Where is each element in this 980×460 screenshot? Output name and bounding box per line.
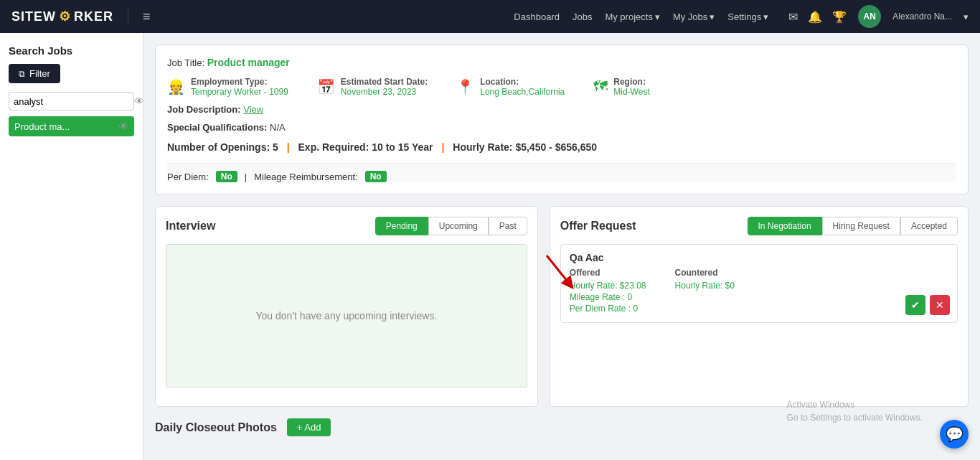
offer-actions: ✔ ✕ (905, 295, 950, 315)
region-label: Region: (613, 77, 649, 87)
mileage-badge: No (365, 171, 387, 182)
calendar-icon: 📅 (317, 78, 335, 95)
region-item: 🗺 Region: Mid-West (593, 77, 649, 97)
daily-closeout-label: Daily Closeout Photos (155, 421, 277, 434)
candidate-name: Qa Aac (570, 252, 948, 263)
eye-icon[interactable]: 👁 (134, 95, 144, 107)
badges-sep: | (245, 172, 247, 182)
location-value: Long Beach,California (480, 87, 565, 97)
offer-title: Offer Request (560, 220, 636, 233)
nav-divider (128, 8, 128, 25)
username[interactable]: Alexandro Na... (892, 11, 952, 22)
exp-value: 10 to 15 Year (372, 141, 433, 153)
activate-windows: Activate Windows Go to Settings to activ… (787, 398, 923, 424)
sep1: | (287, 141, 290, 153)
location-label: Location: (480, 77, 565, 87)
qualifications-label: Special Qualifications: (167, 122, 267, 133)
filter-icon: ⧉ (19, 69, 25, 79)
description-label: Job Description: (167, 104, 241, 115)
countered-col: Countered Hourly Rate: $0 (675, 268, 735, 315)
mileage-label: Mileage Reimbursement: (254, 172, 358, 182)
nav-jobs[interactable]: Jobs (573, 11, 592, 22)
job-detail-card: Job Title: Product manager 👷 Employment … (155, 44, 969, 194)
svg-line-1 (547, 255, 570, 284)
interview-header: Interview Pending Upcoming Past (166, 217, 527, 235)
offer-header: Offer Request In Negotiation Hiring Requ… (560, 217, 958, 235)
job-title-label: Job Title: (167, 57, 204, 68)
active-job-label: Product ma... (14, 121, 114, 132)
hourly-value: $5,450 - $656,650 (515, 141, 597, 153)
nav-dashboard[interactable]: Dashboard (514, 11, 560, 22)
hamburger-icon[interactable]: ≡ (143, 9, 151, 24)
sidebar: Search Jobs ⧉ Filter 👁 Product ma... 👁 (0, 33, 143, 460)
qualifications-value: N/A (270, 122, 286, 133)
offered-hourly: Hourly Rate: $23.08 (570, 281, 646, 291)
main-content: Job Title: Product manager 👷 Employment … (143, 33, 980, 460)
tab-past[interactable]: Past (489, 217, 527, 235)
logo-highlight: ⚙ (59, 9, 71, 24)
location-item: 📍 Location: Long Beach,California (456, 77, 565, 97)
hourly-label: Hourly Rate: (453, 141, 512, 153)
bottom-panels: Interview Pending Upcoming Past You don'… (155, 206, 969, 407)
tab-upcoming[interactable]: Upcoming (428, 217, 489, 235)
interview-empty-state: You don't have any upcoming interviews. (166, 244, 527, 388)
interview-panel: Interview Pending Upcoming Past You don'… (155, 206, 538, 407)
avatar[interactable]: AN (858, 5, 881, 28)
sidebar-title: Search Jobs (0, 44, 143, 64)
search-row: 👁 (9, 92, 134, 111)
job-openings-row: Number of Openings: 5 | Exp. Required: 1… (167, 141, 956, 153)
employment-type-item: 👷 Employment Type: Temporary Worker - 10… (167, 77, 288, 97)
trophy-icon[interactable]: 🏆 (832, 10, 847, 24)
job-meta-row: 👷 Employment Type: Temporary Worker - 10… (167, 77, 956, 97)
page-wrapper: Search Jobs ⧉ Filter 👁 Product ma... 👁 J… (0, 33, 980, 460)
activate-line2: Go to Settings to activate Windows. (787, 411, 923, 424)
employment-label: Employment Type: (191, 77, 288, 87)
job-title-row: Job Title: Product manager (167, 57, 956, 68)
filter-button[interactable]: ⧉ Filter (9, 64, 60, 83)
tab-pending[interactable]: Pending (375, 217, 428, 235)
nav-icon-group: ✉ 🔔 🏆 (788, 10, 847, 24)
accept-offer-button[interactable]: ✔ (905, 295, 925, 315)
mail-icon[interactable]: ✉ (788, 10, 798, 24)
add-photo-button[interactable]: + Add (287, 418, 331, 436)
job-badges-row: Per Diem: No | Mileage Reimbursement: No (167, 163, 956, 182)
sep2: | (441, 141, 444, 153)
per-diem-label: Per Diem: (167, 172, 209, 182)
navbar: SITEW⚙RKER ≡ Dashboard Jobs My projects … (0, 0, 980, 33)
tab-hiring-request[interactable]: Hiring Request (822, 217, 900, 235)
openings-label: Number of Openings: (167, 141, 270, 153)
offer-panel: Offer Request In Negotiation Hiring Requ… (550, 206, 969, 407)
logo: SITEW⚙RKER (11, 9, 113, 24)
interview-empty-message: You don't have any upcoming interviews. (256, 310, 438, 321)
nav-my-projects[interactable]: My projects ▾ (605, 11, 659, 22)
offer-tabs: In Negotiation Hiring Request Accepted (748, 217, 958, 235)
tab-in-negotiation[interactable]: In Negotiation (748, 217, 822, 235)
start-date-label: Estimated Start Date: (341, 77, 428, 87)
tab-accepted[interactable]: Accepted (900, 217, 958, 235)
openings-value: 5 (273, 141, 278, 153)
nav-settings[interactable]: Settings ▾ (727, 11, 768, 22)
reject-offer-button[interactable]: ✕ (930, 295, 950, 315)
activate-line1: Activate Windows (787, 398, 923, 411)
countered-label: Countered (675, 268, 735, 278)
offer-card: Qa Aac Offered Hourly Rate: $23.08 Milea… (560, 244, 958, 323)
description-link[interactable]: View (243, 104, 263, 115)
qualifications-row: Special Qualifications: N/A (167, 122, 956, 133)
offered-per-diem: Per Diem Rate : 0 (570, 304, 646, 314)
region-icon: 🗺 (593, 78, 608, 95)
bell-icon[interactable]: 🔔 (808, 10, 822, 24)
nav-my-jobs[interactable]: My Jobs ▾ (673, 11, 715, 22)
active-eye-icon[interactable]: 👁 (118, 121, 128, 132)
job-title-value: Product manager (207, 57, 290, 68)
offered-mileage: Mileage Rate : 0 (570, 292, 646, 302)
chat-bubble[interactable]: 💬 (940, 420, 969, 449)
offered-label: Offered (570, 268, 646, 278)
nav-links: Dashboard Jobs My projects ▾ My Jobs ▾ S… (514, 11, 768, 22)
employment-value: Temporary Worker - 1099 (191, 87, 288, 97)
countered-hourly: Hourly Rate: $0 (675, 281, 735, 291)
search-input[interactable] (14, 96, 134, 107)
active-job-item[interactable]: Product ma... 👁 (9, 116, 134, 136)
start-date-value: November 23, 2023 (341, 87, 428, 97)
interview-tabs: Pending Upcoming Past (375, 217, 527, 235)
employment-icon: 👷 (167, 78, 185, 95)
